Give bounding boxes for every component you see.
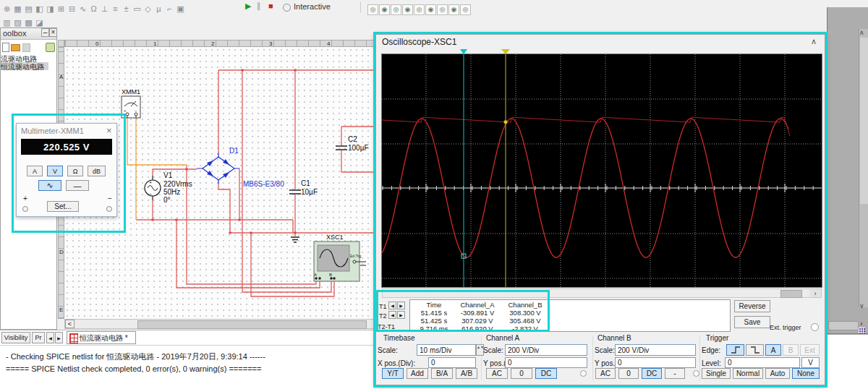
scope-hscrollbar[interactable]: › [382, 288, 822, 298]
normal-button[interactable]: Normal [733, 368, 763, 379]
scroll-up-icon[interactable]: ∧ [859, 29, 864, 36]
spreadsheet-view-icon[interactable] [859, 328, 865, 333]
stop-button[interactable]: ■ [268, 1, 273, 10]
scope-display[interactable] [382, 54, 822, 287]
scroll-left-button[interactable]: < [65, 320, 75, 328]
main-toolbar-icons[interactable]: ⊕▦▤◧◨⊞⊟∿Ω⊥≡±▭◇µ⌐▣ [1, 1, 186, 14]
toolbar-icon[interactable]: Ω [88, 3, 99, 14]
camera-icon[interactable] [46, 43, 55, 52]
toolbar-icon[interactable]: ◉ [402, 4, 413, 15]
toolbar-icon[interactable]: ◧ [34, 3, 45, 14]
t1-left-button[interactable]: ◀ [388, 302, 396, 309]
pause-button[interactable]: ∥ [257, 1, 261, 11]
toolbar-icon[interactable]: ▥ [1, 17, 12, 28]
toolbar-icon[interactable]: ⊕ [1, 3, 12, 14]
channel-b-dc-button[interactable]: DC [642, 368, 662, 379]
toolbox-minimize-button[interactable]: – [41, 28, 49, 37]
instrument-toolbar[interactable]: ◎◉◎◉◎◉◎◉◎ [367, 1, 472, 15]
channel-b-scale-input[interactable]: 200 V/Div [615, 344, 696, 356]
scope-hscroll-thumb[interactable] [780, 290, 802, 298]
channel-a-terminal[interactable] [580, 370, 587, 377]
toolbar-icon[interactable]: ◪ [34, 17, 45, 28]
tab-scroll-right[interactable]: ▶ [55, 332, 63, 343]
mode-a-button[interactable]: A [27, 166, 43, 176]
channel-a-0-button[interactable]: 0 [511, 368, 532, 379]
trigger-b-button[interactable]: B [783, 344, 799, 356]
multimeter-close-button[interactable]: × [106, 125, 112, 136]
sheet-tab[interactable]: 恒流驱动电路 * [67, 331, 136, 344]
t1-right-button[interactable]: ▶ [397, 302, 405, 309]
channel-b-terminal[interactable] [693, 370, 699, 377]
toolbar-icon[interactable]: ◎ [391, 4, 401, 15]
toolbar-icon[interactable]: ⊥ [99, 3, 110, 14]
toolbar-icon[interactable]: ◎ [414, 4, 425, 15]
channel-b-minus-button[interactable]: - [665, 368, 685, 379]
toolbar-icon[interactable]: ◎ [460, 4, 471, 15]
set-button[interactable]: Set... [47, 201, 79, 212]
hscroll-thumb[interactable] [137, 320, 367, 329]
toolbar-icon[interactable]: ▤ [23, 3, 34, 14]
toolbar-icon[interactable]: ▦ [12, 3, 23, 14]
toolbar-icon[interactable]: ⌐ [164, 3, 175, 14]
toolbox-close-button[interactable]: × [49, 28, 57, 37]
interactive-dropdown[interactable]: Interactive [294, 2, 331, 11]
toolbar-icon[interactable]: ◉ [448, 4, 459, 15]
collapse-icon[interactable]: ∧ [811, 37, 817, 46]
t2-cursor-handle[interactable] [501, 49, 510, 54]
toolbar-icon[interactable]: ± [121, 3, 132, 14]
toolbar-icon[interactable]: ▨ [12, 17, 23, 28]
toolbar-icon[interactable]: ∿ [77, 3, 88, 14]
timebase-pos-input[interactable]: 0 [428, 357, 476, 368]
pr-tab[interactable]: Pr [32, 332, 45, 343]
trigger-a-button[interactable]: A [765, 344, 781, 356]
ab-button[interactable]: A/B [456, 368, 477, 379]
run-button[interactable]: ▶ [245, 1, 251, 11]
toolbar-icon[interactable]: ≡ [110, 3, 121, 14]
channel-a-pos-input[interactable]: 0 [505, 357, 587, 368]
minus-terminal[interactable] [106, 206, 112, 212]
timebase-scale-input[interactable]: 10 ms/Div [417, 344, 476, 356]
scroll-down-icon[interactable]: ∨ [859, 302, 864, 309]
new-doc-icon[interactable] [2, 43, 9, 52]
channel-b-0-button[interactable]: 0 [618, 368, 639, 379]
ba-button[interactable]: B/A [431, 368, 453, 379]
auto-button[interactable]: Auto [765, 368, 790, 379]
single-button[interactable]: Single [702, 368, 731, 379]
yt-button[interactable]: Y/T [382, 368, 404, 379]
multimeter-window[interactable]: Multimeter-XMM1 × 220.525 V A V Ω dB ∿ —… [16, 123, 117, 217]
channel-a-ac-button[interactable]: AC [486, 368, 508, 379]
trigger-ext-button[interactable]: Ext [800, 344, 820, 356]
toolbar-icon[interactable]: ◨ [45, 3, 56, 14]
rising-edge-button[interactable] [726, 344, 744, 356]
toolbar-icon[interactable]: ◎ [437, 4, 448, 15]
t2-right-button[interactable]: ▶ [397, 311, 405, 319]
channel-a-scale-input[interactable]: 200 V/Div [505, 344, 587, 356]
t2-left-button[interactable]: ◀ [388, 311, 396, 319]
reverse-button[interactable]: Reverse [734, 300, 770, 312]
falling-edge-button[interactable] [746, 344, 764, 356]
secondary-toolbar-icons[interactable]: ▥▨▩◪ [1, 15, 45, 28]
channel-b-ac-button[interactable]: AC [595, 368, 616, 379]
oscilloscope-window[interactable]: Oscilloscope-XSC1 ∧ › T1 ◀ ▶ T2 ◀ ▶ T2-T… [375, 34, 825, 385]
toolbar-icon[interactable]: ◉ [379, 4, 390, 15]
toolbar-icon[interactable]: ▩ [23, 17, 34, 28]
right-hscroll[interactable] [828, 321, 859, 330]
dc-mode-button[interactable]: — [66, 180, 89, 191]
folder-icon[interactable] [11, 44, 20, 51]
toolbar-icon[interactable]: ◇ [142, 3, 153, 14]
tab-scroll-left[interactable]: ◀ [46, 332, 54, 343]
plus-terminal[interactable] [22, 206, 28, 212]
toolbar-icon[interactable]: µ [153, 3, 164, 14]
toolbar-icon[interactable]: ⊞ [56, 3, 67, 14]
mode-db-button[interactable]: dB [88, 166, 106, 176]
right-vscroll-track[interactable] [859, 29, 868, 307]
toolbar-icon[interactable]: ▣ [175, 3, 186, 14]
toolbar-icon[interactable]: ◎ [367, 4, 378, 15]
none-button[interactable]: None [792, 368, 820, 379]
channel-a-dc-button[interactable]: DC [535, 368, 557, 379]
ext-trigger-terminal[interactable] [811, 323, 819, 331]
ac-mode-button[interactable]: ∿ [38, 180, 61, 191]
save-button[interactable]: Save [734, 316, 770, 328]
channel-b-pos-input[interactable]: 0 [615, 357, 696, 368]
toolbar-icon[interactable]: ⊟ [67, 3, 77, 14]
